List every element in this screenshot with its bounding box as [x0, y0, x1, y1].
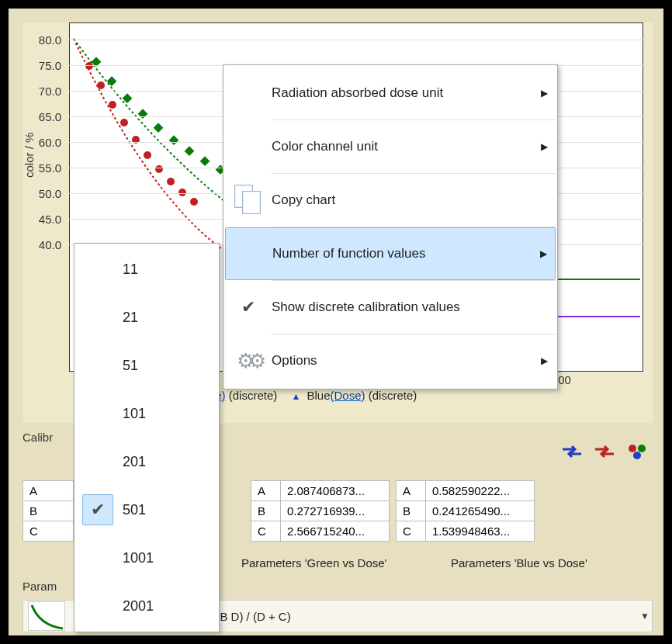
submenu-item-label: 201 [120, 454, 210, 470]
svg-point-23 [633, 452, 641, 459]
chart-y-tick: 45.0 [27, 213, 61, 226]
svg-rect-16 [185, 146, 195, 156]
param-section-label: Param [23, 580, 57, 593]
chart-context-menu: Radiation absorbed dose unit ▶ Color cha… [223, 64, 558, 390]
calibration-section-label: Calibr [23, 431, 53, 444]
chart-y-tick: 60.0 [27, 136, 61, 149]
menu-options[interactable]: ⚙⚙ Options ▶ [225, 334, 556, 387]
submenu-item-501[interactable]: ✔501 [76, 486, 217, 534]
svg-point-7 [167, 178, 175, 185]
copy-icon [234, 185, 262, 216]
caption-green: Parameters 'Green vs Dose' [241, 556, 386, 570]
svg-point-0 [85, 62, 93, 70]
gear-icon: ⚙⚙ [237, 349, 260, 373]
menu-copy-chart[interactable]: Copy chart [225, 174, 556, 227]
submenu-arrow-icon: ▶ [541, 88, 548, 99]
parameter-toolbar [561, 443, 648, 460]
check-icon: ✔ [241, 297, 255, 317]
param-table-blue: A0.582590222... B0.241265490... C1.53994… [396, 480, 535, 542]
swap-red-icon[interactable] [594, 443, 615, 460]
submenu-item-label: 2001 [120, 598, 210, 615]
rgb-dots-icon[interactable] [626, 443, 648, 460]
chart-y-tick: 40.0 [27, 238, 61, 251]
svg-rect-15 [169, 135, 179, 145]
svg-point-3 [120, 119, 128, 126]
submenu-item-label: 501 [120, 502, 210, 518]
svg-point-21 [629, 445, 636, 452]
check-icon: ✔ [91, 500, 105, 520]
submenu-item-label: 101 [120, 406, 210, 422]
submenu-item-201[interactable]: 201 [76, 438, 217, 486]
chart-y-tick: 50.0 [27, 187, 61, 200]
submenu-item-1001[interactable]: 1001 [76, 534, 217, 582]
submenu-arrow-icon: ▶ [541, 355, 548, 366]
svg-point-6 [155, 165, 163, 173]
function-values-submenu: 112151101201✔50110012001 [74, 243, 220, 632]
svg-point-1 [97, 81, 105, 89]
menu-radiation-dose-unit[interactable]: Radiation absorbed dose unit ▶ [225, 67, 556, 119]
submenu-item-label: 1001 [120, 550, 210, 566]
chart-y-tick: 75.0 [27, 59, 61, 72]
svg-rect-14 [154, 123, 164, 133]
submenu-arrow-icon: ▶ [540, 248, 547, 259]
param-table-1: A B C [23, 480, 74, 542]
submenu-item-label: 51 [120, 358, 210, 374]
legend-blue-marker: ▲ [291, 391, 300, 402]
svg-rect-13 [138, 109, 148, 119]
menu-color-channel-unit[interactable]: Color channel unit ▶ [225, 120, 556, 173]
submenu-item-label: 11 [120, 261, 210, 278]
caption-blue: Parameters 'Blue vs Dose' [451, 556, 587, 570]
menu-number-of-function-values[interactable]: Number of function values ▶ [225, 227, 556, 280]
app-window: color / % [6, 6, 666, 638]
submenu-item-51[interactable]: 51 [76, 341, 217, 390]
submenu-item-21[interactable]: 21 [76, 293, 217, 341]
svg-point-9 [190, 198, 198, 206]
svg-point-8 [178, 189, 186, 196]
formula-thumbnail-icon [28, 601, 65, 631]
submenu-item-2001[interactable]: 2001 [76, 582, 217, 630]
svg-rect-17 [200, 156, 210, 166]
chart-y-tick: 80.0 [27, 33, 61, 47]
submenu-arrow-icon: ▶ [541, 141, 548, 152]
chart-y-tick: 70.0 [27, 85, 61, 98]
svg-point-22 [638, 445, 646, 452]
svg-point-5 [144, 151, 151, 159]
menu-show-discrete-values[interactable]: ✔ Show discrete calibration values [225, 281, 556, 334]
swap-blue-icon[interactable] [561, 443, 583, 460]
svg-point-2 [109, 101, 116, 109]
submenu-item-101[interactable]: 101 [76, 390, 217, 438]
chart-y-tick: 55.0 [27, 161, 61, 175]
dropdown-arrow-icon[interactable]: ▼ [638, 611, 652, 621]
param-table-green: A2.087406873... B0.272716939... C2.56671… [251, 480, 390, 542]
submenu-item-label: 21 [120, 310, 210, 326]
chart-y-tick: 65.0 [27, 110, 61, 123]
submenu-item-11[interactable]: 11 [76, 245, 217, 293]
